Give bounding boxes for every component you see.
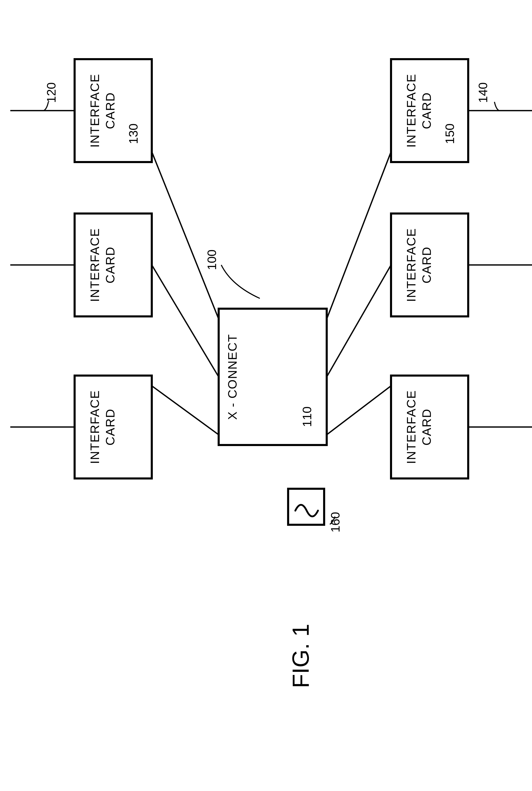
svg-text:CARD: CARD	[420, 92, 434, 129]
svg-text:100: 100	[205, 250, 218, 270]
diagram-page: X - CONNECT110100160FIG. 1INTERFACECARD1…	[0, 0, 532, 791]
svg-text:INTERFACE: INTERFACE	[88, 228, 101, 302]
svg-text:CARD: CARD	[420, 408, 434, 446]
svg-text:INTERFACE: INTERFACE	[88, 390, 101, 464]
clock-box	[288, 489, 324, 525]
svg-text:120: 120	[44, 82, 58, 103]
diagram-svg: X - CONNECT110100160FIG. 1INTERFACECARD1…	[0, 0, 532, 791]
svg-text:X - CONNECT: X - CONNECT	[226, 334, 239, 420]
svg-text:CARD: CARD	[420, 247, 434, 284]
svg-line-35	[327, 265, 391, 377]
svg-text:130: 130	[127, 123, 140, 144]
svg-text:140: 140	[476, 82, 490, 103]
svg-line-28	[327, 152, 391, 319]
svg-text:INTERFACE: INTERFACE	[404, 390, 418, 464]
leader-100	[221, 265, 260, 298]
svg-text:150: 150	[443, 123, 457, 144]
svg-text:INTERFACE: INTERFACE	[88, 74, 101, 148]
svg-line-41	[327, 386, 391, 435]
svg-line-15	[152, 265, 218, 377]
svg-text:INTERFACE: INTERFACE	[404, 228, 418, 302]
svg-text:CARD: CARD	[103, 408, 117, 446]
svg-text:110: 110	[300, 406, 314, 427]
svg-text:INTERFACE: INTERFACE	[404, 74, 418, 148]
svg-line-21	[152, 386, 218, 435]
svg-text:160: 160	[328, 512, 342, 533]
svg-text:CARD: CARD	[103, 247, 117, 284]
svg-text:CARD: CARD	[103, 92, 117, 129]
svg-line-8	[152, 152, 218, 319]
svg-text:FIG. 1: FIG. 1	[288, 624, 314, 688]
